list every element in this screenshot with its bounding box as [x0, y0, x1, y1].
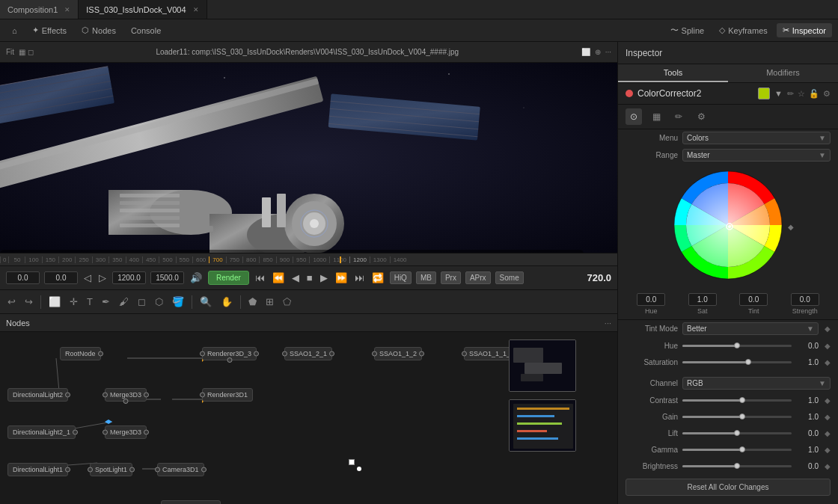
merge3d3-port-right[interactable] — [144, 393, 149, 398]
prx-badge[interactable]: Prx — [441, 271, 461, 284]
menu-dropdown[interactable]: Colors ▼ — [682, 132, 831, 144]
next-frame-btn[interactable]: ▷ — [97, 272, 108, 283]
text-tool[interactable]: T — [85, 295, 94, 309]
merge3d3-port-left[interactable] — [103, 393, 108, 398]
gamma-slider-track[interactable] — [682, 449, 792, 451]
node-dirlight1[interactable]: DirectionalLight1 — [7, 463, 68, 476]
dirlight2-port-right[interactable] — [65, 393, 70, 398]
tab-close-composition1[interactable]: ✕ — [64, 6, 70, 13]
camera3d1-port-right[interactable] — [201, 467, 207, 473]
merge3d31-port-right[interactable] — [144, 430, 149, 435]
rootnode-port-right[interactable] — [98, 351, 103, 357]
ssao1111-port-left[interactable] — [462, 351, 467, 357]
tint-mode-dropdown[interactable]: Better ▼ — [682, 322, 819, 335]
nodes-menu-icon[interactable]: ··· — [605, 319, 611, 328]
console-button[interactable]: Console — [125, 24, 167, 37]
tint-value-input[interactable] — [739, 293, 768, 306]
hue-reset[interactable]: ◆ — [825, 342, 831, 350]
eraser-tool[interactable]: ◻ — [136, 295, 147, 309]
offset-frame[interactable]: 0.0 — [44, 271, 78, 284]
spotlight1-port-left[interactable] — [88, 467, 93, 473]
warp-tool[interactable]: ⬠ — [281, 295, 293, 309]
gain-reset[interactable]: ◆ — [825, 413, 831, 421]
merge3d31-port-left[interactable] — [103, 430, 108, 435]
move-tool[interactable]: ✛ — [68, 295, 79, 309]
contrast-reset[interactable]: ◆ — [825, 396, 831, 405]
lift-slider-track[interactable] — [682, 432, 792, 434]
brightness-slider-track[interactable] — [682, 465, 792, 467]
prev-btn[interactable]: ◀ — [290, 272, 301, 283]
settings-icon[interactable]: ☆ — [798, 89, 805, 99]
contrast-slider-thumb[interactable] — [739, 397, 745, 403]
renderer3d3-port-right[interactable] — [254, 351, 259, 357]
some-badge[interactable]: Some — [495, 271, 524, 284]
saturation-slider-thumb[interactable] — [745, 359, 751, 365]
strength-value-input[interactable] — [791, 293, 819, 306]
step-fwd-btn[interactable]: ⏩ — [334, 272, 349, 283]
node-merge3d31[interactable]: Merge3D3 — [105, 425, 147, 439]
renderer3d1-port-left[interactable] — [200, 393, 205, 398]
current-frame[interactable]: 0.0 — [6, 271, 40, 284]
node-camera3d1[interactable]: Camera3D1 — [157, 463, 204, 476]
node-dropdown-arrow[interactable]: ▼ — [774, 89, 783, 98]
tab-issuundock[interactable]: ISS_030_IssUnDock_V004 ✕ — [79, 0, 207, 19]
duration[interactable]: 1500.0 — [150, 271, 184, 284]
timeline-bar[interactable]: 0 50 100 150 200 250 300 350 400 450 500… — [0, 253, 617, 266]
ssao121-port-right[interactable] — [329, 351, 334, 357]
fit-dropdown[interactable]: Fit — [6, 48, 14, 56]
link-tool[interactable]: ⬟ — [247, 295, 258, 309]
node-dirlight21[interactable]: DirectionalLight2_1 — [7, 425, 76, 439]
lift-slider-thumb[interactable] — [734, 430, 740, 436]
audio-btn[interactable]: 🔊 — [189, 272, 204, 283]
hue-slider-track[interactable] — [682, 345, 792, 347]
node-thumbnail[interactable] — [509, 339, 576, 392]
aprx-badge[interactable]: APrx — [465, 271, 491, 284]
camera3d1-port-left[interactable] — [155, 467, 160, 473]
zoom-tool[interactable]: 🔍 — [198, 295, 213, 309]
node-spotlight1[interactable]: SpotLight1 — [90, 463, 132, 476]
node-renderer3d3[interactable]: Renderer3D_3 — [202, 347, 257, 360]
spline-button[interactable]: 〜 Spline — [664, 22, 711, 38]
prev-frame-btn[interactable]: ◁ — [82, 272, 93, 283]
lock-icon[interactable]: 🔓 — [809, 89, 819, 99]
keyframes-button[interactable]: ◇ Keyframes — [713, 23, 774, 37]
viewer-rect-icon[interactable]: ⬜ — [581, 48, 590, 56]
mb-badge[interactable]: MB — [416, 271, 436, 284]
node-dirlight2[interactable]: DirectionalLight2 — [7, 388, 68, 402]
render-button[interactable]: Render — [208, 271, 249, 285]
total-frames[interactable]: 1200.0 — [112, 271, 146, 284]
node-ssao121[interactable]: SSAO1_2_1 — [284, 347, 332, 360]
tab-close-issuundock[interactable]: ✕ — [193, 6, 199, 13]
brightness-reset[interactable]: ◆ — [825, 462, 831, 470]
stop-btn[interactable]: ■ — [305, 272, 314, 283]
toolbar-icon-home[interactable]: ⌂ — [6, 24, 23, 37]
dirlight1-port-right[interactable] — [65, 467, 70, 473]
effects-button[interactable]: ✦ Effects — [26, 23, 73, 37]
sat-value-input[interactable] — [688, 293, 717, 306]
contrast-slider-track[interactable] — [682, 399, 792, 402]
ctrl-tab-mask[interactable]: ✏ — [670, 108, 687, 125]
brightness-slider-thumb[interactable] — [734, 463, 740, 469]
dirlight21-port-right[interactable] — [73, 430, 78, 435]
node-instancecam[interactable]: ▼ Instance_Cam... — [161, 500, 221, 504]
viewer-menu-icon[interactable]: ··· — [605, 48, 611, 56]
range-dropdown[interactable]: Master ▼ — [682, 149, 831, 162]
renderer3d3-port-bottom[interactable] — [227, 357, 232, 363]
tint-mode-reset[interactable]: ◆ — [825, 325, 831, 333]
merge3d3-port-bottom[interactable] — [123, 399, 129, 404]
transform-tool[interactable]: ⊞ — [264, 295, 275, 309]
reset-all-button[interactable]: Reset All Color Changes — [626, 479, 831, 496]
paint-tool[interactable]: 🪣 — [171, 295, 186, 309]
tab-modifiers[interactable]: Modifiers — [728, 64, 838, 82]
hue-value-input[interactable] — [637, 293, 665, 306]
loop-btn[interactable]: 🔁 — [370, 272, 385, 283]
color-wheel-svg[interactable] — [674, 171, 783, 280]
ssao112-port-left[interactable] — [372, 351, 377, 357]
gain-slider-track[interactable] — [682, 416, 792, 418]
saturation-slider-track[interactable] — [682, 361, 792, 363]
skip-end-btn[interactable]: ⏭ — [353, 272, 366, 283]
play-btn[interactable]: ▶ — [319, 272, 329, 283]
node-renderer3d1[interactable]: Renderer3D1 — [202, 388, 253, 402]
edit-icon[interactable]: ✏ — [787, 89, 794, 99]
redo-icon[interactable]: ↪ — [23, 295, 34, 309]
